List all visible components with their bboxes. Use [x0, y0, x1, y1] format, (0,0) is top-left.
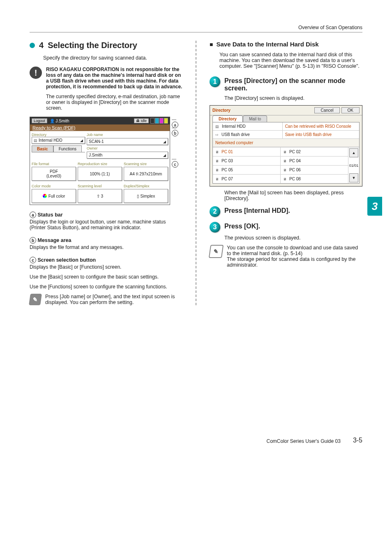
scanlevel-label: Scanning level: [78, 184, 122, 188]
note-text-right: You can use the console to download and …: [227, 245, 362, 268]
logout-button[interactable]: Logout: [32, 118, 47, 123]
step-1-body: The [Directory] screen is displayed.: [224, 95, 362, 101]
owner-button[interactable]: J.Smith◢: [87, 152, 168, 159]
scanlevel-button[interactable]: ⇧ 3: [78, 189, 122, 203]
repro-button[interactable]: 100% (1:1): [78, 167, 122, 181]
directory-dialog-mock: Directory Cancel OK Directory Mail to In…: [210, 105, 362, 187]
scroll-down-button[interactable]: ▼: [349, 173, 358, 182]
status-bar: Logout 👤 J.Smith 🖶 Idle: [30, 117, 170, 124]
step-3-body: The previous screen is displayed.: [224, 235, 362, 241]
step-1-icon: 1: [210, 76, 220, 87]
note-icon: ✎: [209, 245, 224, 258]
chapter-tab: 3: [367, 197, 382, 216]
square-bullet-icon: ■: [210, 41, 213, 48]
pc-item[interactable]: PC 07: [213, 174, 281, 183]
sub-heading: Save Data to the Internal Hard Disk: [216, 41, 318, 48]
scanlevel-icon: ⇧: [97, 194, 100, 198]
scanlevel-value: 3: [101, 194, 104, 198]
pc-item[interactable]: PC 02: [281, 147, 348, 156]
intro-text: Specify the directory for saving scanned…: [43, 55, 182, 61]
owner-value: J.Smith: [89, 153, 102, 157]
note-text: Press [Job name] or [Owner], and the tex…: [45, 294, 182, 305]
directory-value: Internal HDD: [39, 138, 62, 143]
user-name: J.Smith: [55, 119, 69, 123]
def-2-title: b Message area: [30, 237, 182, 244]
page-indicator: 01/01: [349, 164, 359, 168]
file-format-label: File format: [32, 162, 76, 166]
annotation-3: — c: [172, 156, 182, 168]
def-3-title: c Screen selection button: [30, 257, 182, 263]
pc-item[interactable]: PC 08: [281, 174, 348, 183]
step-1-heading: Press [Directory] on the scanner mode sc…: [224, 77, 362, 92]
simplex-icon: ▯: [137, 194, 139, 198]
annotation-2: — b: [172, 125, 182, 136]
duplex-value: Simplex: [141, 194, 155, 198]
tab-functions[interactable]: Functions: [53, 145, 82, 152]
scroll-up-button[interactable]: ▲: [349, 148, 358, 157]
sub-body: You can save scanned data to the interna…: [219, 52, 362, 69]
def-1-title: a Status bar: [30, 212, 182, 218]
directory-label: Directory: [32, 133, 85, 137]
user-icon: 👤: [50, 119, 55, 123]
file-format-button[interactable]: PDF (Level3): [32, 167, 76, 181]
scanner-panel-mock: Logout 👤 J.Smith 🖶 Idle: [30, 117, 170, 205]
jobname-value: SCAN-1: [89, 139, 104, 144]
duplex-label: Duplex/Simplex: [124, 184, 168, 188]
tab-directory[interactable]: Directory: [212, 115, 243, 122]
section-heading: Selecting the Directory: [48, 41, 137, 50]
owner-label: Owner: [87, 146, 168, 150]
dialog-title: Directory: [212, 108, 231, 113]
status-text: Idle: [141, 119, 147, 123]
def-3-body-a: Displays the [Basic] or [Functions] scre…: [30, 264, 182, 270]
page-number: 3-5: [353, 437, 362, 444]
scansize-button[interactable]: A4 ⎘ 297x210mm: [124, 167, 168, 181]
pc-item[interactable]: PC 06: [281, 165, 348, 174]
note-icon: ✎: [29, 294, 42, 305]
repro-label: Reproduction size: [78, 162, 122, 166]
user-label: 👤 J.Smith: [50, 119, 69, 123]
row-internal-hdd-info: Can be retrieved with RISO Console: [283, 122, 359, 130]
row-usb[interactable]: USB flash drive: [213, 131, 283, 138]
directory-button[interactable]: Internal HDD◢: [32, 137, 85, 144]
tab-basic[interactable]: Basic: [32, 145, 53, 152]
caution-bold: RISO KAGAKU CORPORATION is not responsib…: [46, 67, 182, 90]
step-2-icon: 2: [210, 206, 220, 217]
jobname-label: Job name: [87, 133, 168, 137]
printer-status-button[interactable]: 🖶 Idle: [134, 118, 149, 123]
duplex-button[interactable]: ▯ Simplex: [124, 189, 168, 203]
step-number: 4: [39, 41, 44, 50]
bullet-icon: [30, 43, 35, 48]
colormode-label: Color mode: [32, 184, 76, 188]
colormode-value: Full color: [48, 194, 65, 198]
scansize-label: Scanning size: [124, 162, 168, 166]
footer-guide: ComColor Series User's Guide 03: [267, 438, 341, 444]
row-internal-hdd[interactable]: Internal HDD: [213, 122, 283, 130]
row-usb-info: Save into USB flash drive: [283, 131, 359, 138]
pc-item[interactable]: PC 05: [213, 165, 281, 174]
jobname-button[interactable]: SCAN-1◢: [87, 138, 168, 145]
pc-item[interactable]: PC 04: [281, 156, 348, 165]
step-2-heading: Press [Internal HDD].: [224, 207, 290, 214]
def-1-body: Displays the login or logout button, use…: [30, 219, 182, 230]
ink-indicator: [150, 118, 168, 124]
step-3-heading: Press [OK].: [224, 223, 260, 230]
breadcrumb: Overview of Scan Operations: [30, 25, 362, 32]
step-1-after: When the [Mail to] screen has been displ…: [224, 190, 362, 201]
printer-icon: 🖶: [136, 119, 140, 123]
caution-paragraph: The currently specified directory, e-mai…: [46, 94, 182, 111]
def-2-body: Displays the file format and any message…: [30, 244, 182, 250]
step-3-icon: 3: [210, 222, 220, 233]
pc-item[interactable]: PC 03: [213, 156, 281, 165]
column-divider: [196, 41, 196, 305]
def-3-body-b: Use the [Basic] screen to configure the …: [30, 274, 182, 280]
def-3-body-c: Use the [Functions] screen to configure …: [30, 284, 182, 290]
message-area: Ready to Scan (PDF): [30, 124, 170, 131]
section-networked: Networked computer: [213, 139, 359, 147]
colormode-button[interactable]: Full color: [32, 189, 76, 203]
ok-button[interactable]: OK: [341, 107, 360, 113]
tab-mail-to[interactable]: Mail to: [243, 115, 267, 122]
cancel-button[interactable]: Cancel: [314, 107, 339, 113]
pc-item[interactable]: PC 01: [213, 147, 281, 156]
caution-icon: !: [30, 67, 42, 79]
